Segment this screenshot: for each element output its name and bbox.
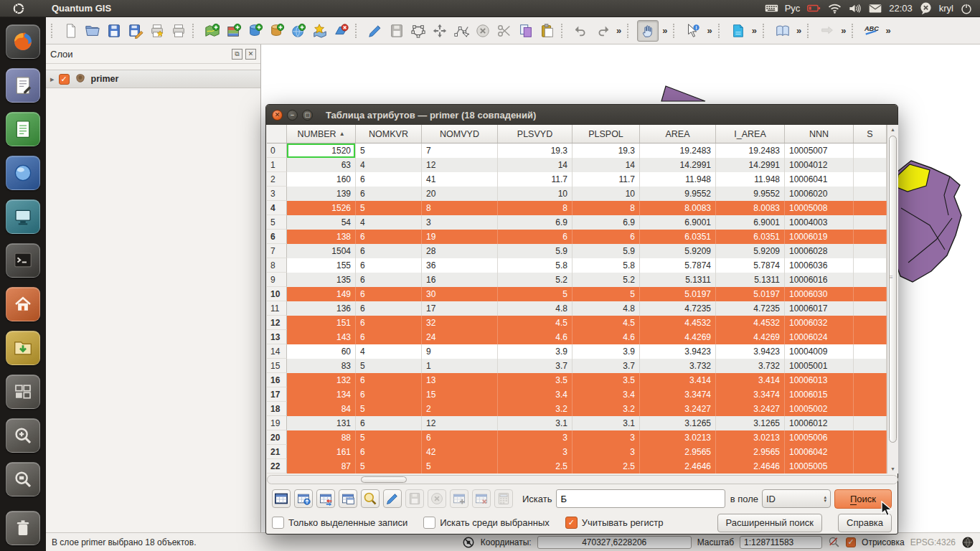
volume-icon[interactable] xyxy=(848,1,862,15)
table-cell[interactable]: 83 xyxy=(287,359,356,373)
table-row[interactable]: 10149630555.01975.019710006030 xyxy=(267,287,898,301)
table-cell[interactable]: 3.2 xyxy=(498,402,573,416)
table-cell[interactable]: 3 xyxy=(498,445,573,459)
column-header-AREA[interactable]: AREA xyxy=(640,125,716,143)
row-number-cell[interactable]: 3 xyxy=(267,187,287,201)
delete-features-button[interactable] xyxy=(428,489,446,508)
close-icon[interactable]: ✕ xyxy=(272,110,283,121)
attribute-table[interactable]: NUMBER▲NOMKVRNOMVYDPLSVYDPLSPOLAREAI_ARE… xyxy=(267,125,898,474)
toolbar-overflow-chevron[interactable]: » xyxy=(750,25,759,36)
table-cell[interactable]: 3.4 xyxy=(498,387,573,402)
toolbar-overflow-chevron[interactable]: » xyxy=(705,25,714,36)
table-cell[interactable]: 5.8 xyxy=(573,258,640,273)
row-number-cell[interactable]: 19 xyxy=(267,416,287,430)
table-cell[interactable]: 10006012 xyxy=(785,416,854,430)
table-cell[interactable]: 11.948 xyxy=(716,172,785,187)
table-cell[interactable]: 131 xyxy=(287,416,356,430)
table-cell[interactable]: 2.5 xyxy=(573,459,640,474)
row-number-cell[interactable]: 9 xyxy=(267,273,287,287)
table-row[interactable]: 4152658888.00838.008310005008 xyxy=(267,201,898,215)
table-cell[interactable]: 10005001 xyxy=(785,359,854,373)
mail-icon[interactable] xyxy=(868,1,882,15)
table-row[interactable]: 1884523.23.23.24273.242710005002 xyxy=(267,402,898,416)
table-row[interactable]: 131436244.64.64.42694.426910006024 xyxy=(267,330,898,344)
column-header-PLSVYD[interactable]: PLSVYD xyxy=(498,125,573,143)
table-cell[interactable]: 136 xyxy=(287,301,356,316)
table-cell[interactable]: 10006020 xyxy=(785,187,854,201)
battery-icon[interactable] xyxy=(806,1,821,15)
table-cell[interactable]: 160 xyxy=(287,172,356,187)
table-cell[interactable]: 9.9552 xyxy=(640,187,716,201)
launcher-item-home-folder[interactable] xyxy=(6,287,40,321)
table-cell[interactable] xyxy=(854,215,887,230)
table-cell[interactable]: 9.9552 xyxy=(716,187,785,201)
table-cell[interactable]: 3.1265 xyxy=(640,416,716,430)
row-number-cell[interactable]: 5 xyxy=(267,215,287,230)
table-row[interactable]: 191316123.13.13.12653.126510006012 xyxy=(267,416,898,430)
table-cell[interactable] xyxy=(854,445,887,459)
table-cell[interactable]: 30 xyxy=(422,287,498,301)
row-number-cell[interactable]: 0 xyxy=(267,143,287,158)
maximize-icon[interactable]: ▢ xyxy=(302,110,313,121)
table-cell[interactable]: 36 xyxy=(422,258,498,273)
table-cell[interactable]: 54 xyxy=(287,215,356,230)
launcher-item-firefox[interactable] xyxy=(6,24,40,59)
table-cell[interactable]: 10004009 xyxy=(785,344,854,359)
table-cell[interactable]: 151 xyxy=(287,316,356,330)
save-project-button[interactable] xyxy=(104,21,124,41)
horizontal-scroll-thumb[interactable] xyxy=(361,476,407,483)
copy-rows-button[interactable] xyxy=(339,489,357,508)
table-cell[interactable]: 5 xyxy=(356,402,422,416)
table-cell[interactable] xyxy=(854,172,887,187)
invert-selection-button[interactable] xyxy=(316,489,335,508)
table-cell[interactable]: 143 xyxy=(287,330,356,344)
horizontal-scrollbar[interactable] xyxy=(267,475,898,484)
new-column-button[interactable] xyxy=(450,489,468,508)
table-cell[interactable] xyxy=(854,287,887,301)
toolbar-overflow-chevron[interactable]: » xyxy=(660,25,669,36)
table-cell[interactable]: 4.7235 xyxy=(640,301,716,316)
table-cell[interactable]: 10 xyxy=(498,187,573,201)
launcher-item-spreadsheet[interactable] xyxy=(6,112,40,146)
table-cell[interactable]: 10006042 xyxy=(785,445,854,459)
capture-polygon-button[interactable] xyxy=(408,21,428,41)
table-cell[interactable]: 10006030 xyxy=(785,287,854,301)
vertical-scrollbar[interactable]: ▲ ≡ ▼ xyxy=(887,125,898,474)
table-cell[interactable]: 5 xyxy=(356,143,422,158)
table-cell[interactable]: 84 xyxy=(287,402,356,416)
row-number-cell[interactable]: 22 xyxy=(267,459,287,474)
table-cell[interactable]: 5.9 xyxy=(498,244,573,258)
launcher-item-text-editor[interactable] xyxy=(6,68,40,103)
vertical-scroll-thumb[interactable] xyxy=(889,136,897,443)
row-number-cell[interactable]: 4 xyxy=(267,201,287,215)
table-cell[interactable]: 3.732 xyxy=(640,359,716,373)
table-cell[interactable]: 3.5 xyxy=(573,373,640,387)
table-cell[interactable]: 4 xyxy=(356,158,422,172)
table-cell[interactable]: 9 xyxy=(422,344,498,359)
table-cell[interactable]: 3 xyxy=(422,215,498,230)
table-cell[interactable]: 19.3 xyxy=(498,143,573,158)
table-cell[interactable]: 5 xyxy=(356,201,422,215)
table-cell[interactable]: 19.3 xyxy=(573,143,640,158)
cut-features-button[interactable] xyxy=(494,21,514,41)
column-header-NOMKVR[interactable]: NOMKVR xyxy=(356,125,422,143)
layer-visibility-checkbox[interactable]: ✓ xyxy=(59,74,70,85)
table-cell[interactable] xyxy=(854,459,887,474)
table-cell[interactable]: 3.4 xyxy=(573,387,640,402)
move-feature-button[interactable] xyxy=(430,21,450,41)
table-cell[interactable]: 138 xyxy=(287,230,356,244)
table-cell[interactable]: 161 xyxy=(287,445,356,459)
clock-label[interactable]: 22:03 xyxy=(889,3,913,14)
crs-status-icon[interactable] xyxy=(961,536,974,549)
column-header-NOMVYD[interactable]: NOMVYD xyxy=(422,125,498,143)
launcher-item-zoom-in[interactable] xyxy=(6,418,40,453)
keyboard-layout-label[interactable]: Рус xyxy=(785,3,801,14)
table-cell[interactable]: 14 xyxy=(573,158,640,172)
table-cell[interactable]: 10006016 xyxy=(785,273,854,287)
table-cell[interactable] xyxy=(854,316,887,330)
search-input[interactable] xyxy=(556,489,725,508)
row-number-cell[interactable]: 6 xyxy=(267,230,287,244)
table-cell[interactable]: 10004012 xyxy=(785,158,854,172)
table-row[interactable]: 121516324.54.54.45324.453210006032 xyxy=(267,316,898,330)
row-number-cell[interactable]: 1 xyxy=(267,158,287,172)
